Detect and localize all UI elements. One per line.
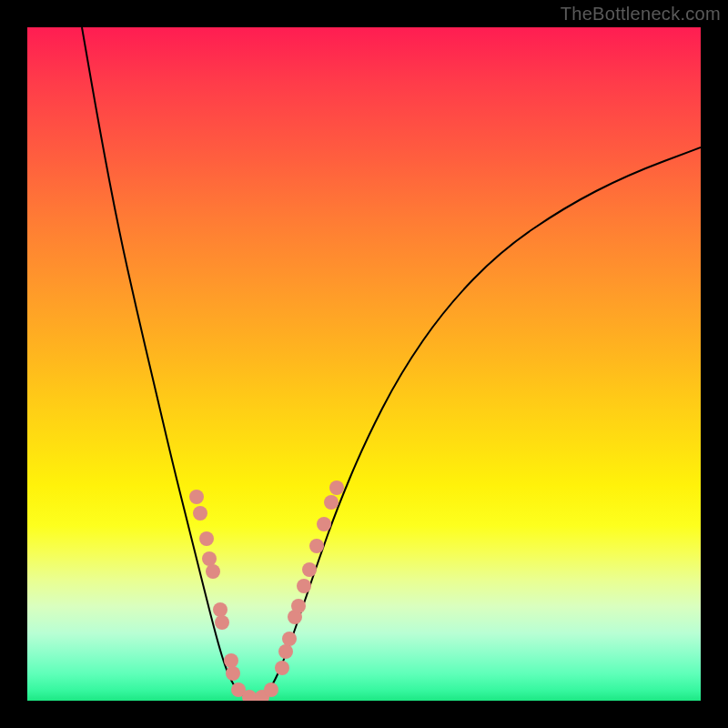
data-marker xyxy=(291,599,306,613)
data-marker xyxy=(302,562,317,577)
data-marker xyxy=(206,564,220,579)
data-marker xyxy=(309,539,324,553)
data-marker xyxy=(213,602,228,617)
curve-layer xyxy=(27,27,701,701)
data-marker xyxy=(324,495,339,510)
right-v-branch-path xyxy=(264,147,701,697)
data-marker xyxy=(317,517,331,531)
data-marker xyxy=(202,551,217,566)
watermark-text: TheBottleneck.com xyxy=(561,4,721,25)
series-group xyxy=(82,27,701,697)
data-marker xyxy=(282,632,297,646)
chart-stage: TheBottleneck.com xyxy=(0,0,728,728)
data-marker xyxy=(329,480,344,495)
data-marker xyxy=(189,490,204,504)
left-v-branch-path xyxy=(82,27,246,697)
data-marker xyxy=(193,506,207,521)
plot-area xyxy=(27,27,701,701)
data-marker xyxy=(199,531,214,546)
data-marker xyxy=(278,644,293,659)
data-marker xyxy=(275,661,289,675)
data-marker xyxy=(224,653,238,668)
data-marker xyxy=(215,615,229,630)
data-marker xyxy=(297,579,311,593)
markers-right-group xyxy=(264,480,344,697)
markers-left-group xyxy=(189,490,269,701)
data-marker xyxy=(264,682,278,697)
data-marker xyxy=(226,666,240,681)
